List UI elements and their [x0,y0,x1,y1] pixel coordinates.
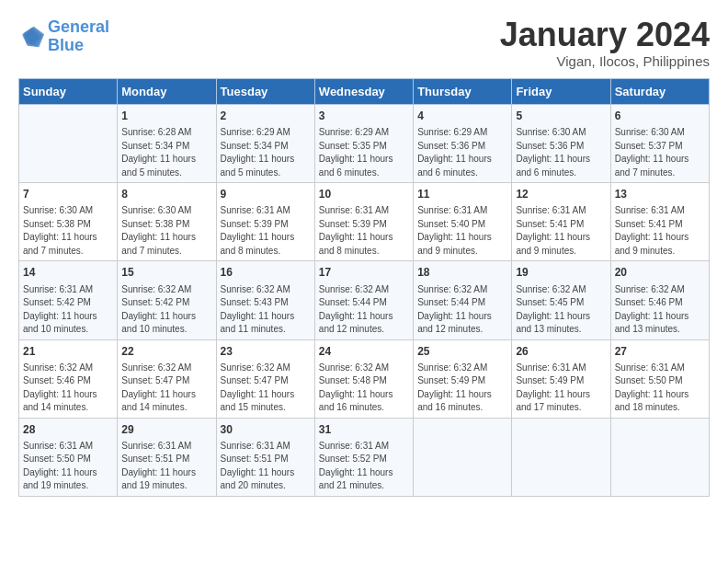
sunrise-text: Sunrise: 6:31 AM [319,441,389,451]
page-header: General Blue January 2024 Vigan, Ilocos,… [18,18,710,69]
sunrise-text: Sunrise: 6:31 AM [319,205,389,215]
calendar-cell: 13Sunrise: 6:31 AMSunset: 5:41 PMDayligh… [610,183,709,261]
day-number: 1 [121,109,211,123]
calendar-cell: 3Sunrise: 6:29 AMSunset: 5:35 PMDaylight… [314,105,413,183]
sunrise-text: Sunrise: 6:32 AM [221,362,290,373]
calendar-cell: 19Sunrise: 6:32 AMSunset: 5:45 PMDayligh… [512,261,610,339]
sunset-text: Sunset: 5:35 PM [319,141,387,151]
daylight-text: Daylight: 11 hours and 14 minutes. [121,389,196,413]
day-number: 31 [319,422,409,437]
calendar-cell [19,105,118,183]
calendar-cell: 6Sunrise: 6:30 AMSunset: 5:37 PMDaylight… [610,105,709,183]
sunrise-text: Sunrise: 6:31 AM [615,362,685,373]
sunset-text: Sunset: 5:41 PM [615,219,683,229]
day-number: 5 [516,109,606,123]
col-friday: Friday [512,79,610,105]
sunrise-text: Sunrise: 6:31 AM [516,362,586,373]
calendar-cell: 9Sunrise: 6:31 AMSunset: 5:39 PMDaylight… [216,183,314,261]
sunset-text: Sunset: 5:41 PM [516,219,584,229]
daylight-text: Daylight: 11 hours and 5 minutes. [221,154,295,178]
calendar-table: Sunday Monday Tuesday Wednesday Thursday… [18,78,710,497]
sunrise-text: Sunrise: 6:30 AM [615,127,685,137]
daylight-text: Daylight: 11 hours and 19 minutes. [121,467,196,491]
sunset-text: Sunset: 5:45 PM [516,297,584,307]
sunrise-text: Sunrise: 6:32 AM [516,284,586,294]
calendar-cell: 2Sunrise: 6:29 AMSunset: 5:34 PMDaylight… [216,105,314,183]
sunset-text: Sunset: 5:52 PM [319,454,387,464]
daylight-text: Daylight: 11 hours and 9 minutes. [516,232,590,256]
calendar-cell [512,418,610,496]
day-number: 9 [221,187,311,201]
daylight-text: Daylight: 11 hours and 10 minutes. [121,311,196,335]
sunrise-text: Sunrise: 6:31 AM [121,441,191,451]
sunset-text: Sunset: 5:47 PM [121,375,189,385]
calendar-cell: 4Sunrise: 6:29 AMSunset: 5:36 PMDaylight… [414,105,512,183]
calendar-header-row: Sunday Monday Tuesday Wednesday Thursday… [19,79,710,105]
day-number: 22 [121,344,211,359]
day-number: 7 [23,187,113,201]
sunrise-text: Sunrise: 6:32 AM [417,284,487,294]
sunset-text: Sunset: 5:48 PM [319,375,387,385]
sunset-text: Sunset: 5:42 PM [23,297,91,307]
calendar-cell [414,418,512,496]
sunset-text: Sunset: 5:49 PM [417,375,485,385]
daylight-text: Daylight: 11 hours and 15 minutes. [221,389,295,413]
day-number: 2 [221,109,311,123]
daylight-text: Daylight: 11 hours and 20 minutes. [221,467,295,491]
day-number: 10 [319,187,409,201]
sunset-text: Sunset: 5:40 PM [417,219,485,229]
calendar-cell: 5Sunrise: 6:30 AMSunset: 5:36 PMDaylight… [512,105,610,183]
day-number: 16 [221,265,311,280]
day-number: 29 [121,422,211,437]
col-wednesday: Wednesday [314,79,413,105]
sunrise-text: Sunrise: 6:32 AM [417,362,487,373]
calendar-cell: 23Sunrise: 6:32 AMSunset: 5:47 PMDayligh… [216,339,314,418]
sunrise-text: Sunrise: 6:32 AM [23,362,93,373]
col-tuesday: Tuesday [216,79,314,105]
day-number: 26 [516,344,606,359]
daylight-text: Daylight: 11 hours and 13 minutes. [615,311,689,335]
col-saturday: Saturday [610,79,709,105]
sunset-text: Sunset: 5:46 PM [23,375,91,385]
calendar-cell: 31Sunrise: 6:31 AMSunset: 5:52 PMDayligh… [314,418,413,496]
sunset-text: Sunset: 5:44 PM [319,297,387,307]
daylight-text: Daylight: 11 hours and 12 minutes. [319,311,393,335]
day-number: 30 [221,422,311,437]
sunset-text: Sunset: 5:47 PM [221,375,289,385]
sunset-text: Sunset: 5:49 PM [516,375,584,385]
calendar-week-4: 28Sunrise: 6:31 AMSunset: 5:50 PMDayligh… [19,418,710,496]
sunset-text: Sunset: 5:51 PM [221,454,289,464]
sunrise-text: Sunrise: 6:29 AM [319,127,389,137]
sunrise-text: Sunrise: 6:32 AM [121,284,191,294]
sunrise-text: Sunrise: 6:31 AM [615,205,685,215]
sunset-text: Sunset: 5:36 PM [516,141,584,151]
sunset-text: Sunset: 5:34 PM [121,141,189,151]
calendar-cell: 17Sunrise: 6:32 AMSunset: 5:44 PMDayligh… [314,261,413,339]
sunset-text: Sunset: 5:50 PM [23,454,91,464]
daylight-text: Daylight: 11 hours and 7 minutes. [23,232,97,256]
col-thursday: Thursday [414,79,512,105]
calendar-cell [610,418,709,496]
daylight-text: Daylight: 11 hours and 10 minutes. [23,311,97,335]
sunset-text: Sunset: 5:34 PM [221,141,289,151]
day-number: 8 [121,187,211,201]
daylight-text: Daylight: 11 hours and 14 minutes. [23,389,97,413]
day-number: 6 [615,109,705,123]
sunrise-text: Sunrise: 6:32 AM [221,284,290,294]
calendar-cell: 30Sunrise: 6:31 AMSunset: 5:51 PMDayligh… [216,418,314,496]
day-number: 14 [23,265,113,280]
calendar-cell: 18Sunrise: 6:32 AMSunset: 5:44 PMDayligh… [414,261,512,339]
day-number: 23 [221,344,311,359]
daylight-text: Daylight: 11 hours and 6 minutes. [516,154,590,178]
sunrise-text: Sunrise: 6:29 AM [417,127,487,137]
sunrise-text: Sunrise: 6:32 AM [615,284,685,294]
day-number: 24 [319,344,409,359]
daylight-text: Daylight: 11 hours and 21 minutes. [319,467,393,491]
daylight-text: Daylight: 11 hours and 8 minutes. [319,232,393,256]
logo: General Blue [18,18,109,55]
daylight-text: Daylight: 11 hours and 9 minutes. [615,232,689,256]
daylight-text: Daylight: 11 hours and 11 minutes. [221,311,295,335]
sunrise-text: Sunrise: 6:31 AM [221,441,290,451]
daylight-text: Daylight: 11 hours and 8 minutes. [221,232,295,256]
daylight-text: Daylight: 11 hours and 6 minutes. [417,154,492,178]
